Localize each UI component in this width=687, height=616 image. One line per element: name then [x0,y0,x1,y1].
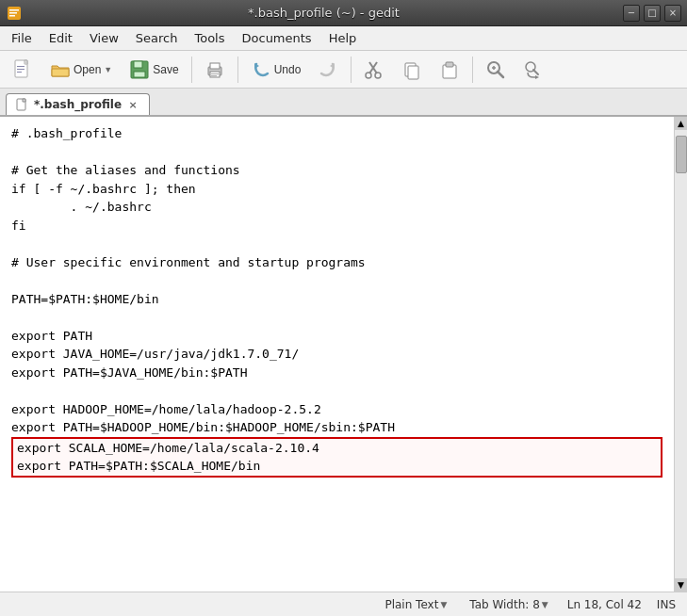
svg-marker-37 [23,99,25,102]
minimize-button[interactable]: − [623,5,640,22]
app-icon [6,4,25,23]
folder-icon [50,59,71,80]
replace-icon [523,59,544,80]
tab-width-selector[interactable]: Tab Width: 8 ▼ [466,597,551,612]
language-label: Plain Text [384,598,438,611]
tab-bar: *.bash_profile × [0,89,687,117]
undo-icon [251,59,271,80]
title-bar: *.bash_profile (~) - gedit − □ × [0,0,687,26]
position-label: Ln 18, Col 42 [567,598,642,611]
svg-rect-7 [17,66,25,67]
print-button[interactable] [198,56,232,84]
menu-item-edit[interactable]: Edit [41,28,80,48]
save-icon [129,59,150,80]
save-label: Save [153,63,178,76]
menu-item-documents[interactable]: Documents [235,28,319,48]
cut-button[interactable] [357,56,391,84]
highlighted-block: export SCALA_HOME=/home/lala/scala-2.10.… [11,437,662,478]
ins-indicator: INS [657,598,676,611]
find-button[interactable] [479,56,513,84]
svg-rect-13 [134,72,145,77]
cursor-position: Ln 18, Col 42 [567,598,642,611]
svg-rect-18 [211,75,217,76]
editor-container: # .bash_profile # Get the aliases and fu… [0,117,687,592]
find-icon [485,59,506,80]
editor-text-line-1: # .bash_profile # Get the aliases and fu… [11,126,395,434]
scrollbar-thumb[interactable] [676,136,687,173]
separator-1 [191,57,192,83]
undo-label: Undo [274,63,302,76]
copy-icon [401,59,422,80]
save-button[interactable]: Save [123,56,185,84]
tab-close-button[interactable]: × [126,98,139,111]
close-button[interactable]: × [664,5,681,22]
tab-width-dropdown-icon: ▼ [542,600,548,609]
file-tab-icon [16,98,29,111]
file-tab[interactable]: *.bash_profile × [6,93,150,115]
paste-button[interactable] [433,56,466,84]
svg-line-30 [498,72,503,77]
print-icon [204,59,225,80]
svg-rect-26 [408,66,418,79]
language-dropdown-icon: ▼ [440,600,447,609]
svg-line-34 [533,70,538,74]
separator-4 [472,57,473,83]
svg-rect-12 [134,61,142,68]
separator-3 [351,57,352,83]
svg-point-23 [366,73,371,78]
separator-2 [237,57,238,83]
language-selector[interactable]: Plain Text ▼ [381,597,450,612]
scrollbar-area: ▲ ▼ ▶ [674,117,687,592]
open-button[interactable]: Open ▼ [43,56,119,84]
svg-rect-8 [17,69,25,70]
redo-icon [318,59,338,80]
window-title: *.bash_profile (~) - gedit [25,6,623,20]
menu-item-tools[interactable]: Tools [187,28,232,48]
open-dropdown-icon[interactable]: ▼ [104,65,112,74]
scroll-down-button[interactable]: ▼ [675,578,687,592]
copy-button[interactable] [395,56,429,84]
menu-bar: FileEditViewSearchToolsDocumentsHelp [0,26,687,51]
menu-item-view[interactable]: View [82,28,126,48]
cut-icon [364,59,384,80]
redo-button[interactable] [311,56,345,84]
svg-point-24 [375,73,381,78]
status-bar: Plain Text ▼ Tab Width: 8 ▼ Ln 18, Col 4… [0,592,687,616]
svg-rect-10 [52,69,69,76]
svg-rect-17 [211,73,219,74]
new-button[interactable] [6,56,40,84]
svg-marker-35 [535,75,539,79]
new-icon [12,59,33,80]
undo-button[interactable]: Undo [244,56,308,84]
tab-width-label: Tab Width: 8 [469,598,539,611]
svg-rect-28 [446,62,453,67]
maximize-button[interactable]: □ [644,5,661,22]
editor-content[interactable]: # .bash_profile # Get the aliases and fu… [0,117,674,592]
svg-rect-1 [9,9,19,11]
svg-rect-3 [9,15,15,17]
replace-button[interactable] [516,56,550,84]
editor-main[interactable]: # .bash_profile # Get the aliases and fu… [0,117,674,592]
menu-item-help[interactable]: Help [321,28,365,48]
svg-rect-15 [210,63,220,69]
window-controls: − □ × [623,5,681,22]
svg-rect-2 [9,12,17,14]
menu-item-search[interactable]: Search [128,28,186,48]
scroll-up-button[interactable]: ▲ [675,117,687,130]
menu-item-file[interactable]: File [4,28,40,48]
paste-icon [439,59,460,80]
tab-label: *.bash_profile [34,98,122,111]
svg-rect-9 [17,72,22,73]
toolbar: Open ▼ Save [0,51,687,89]
open-label: Open [74,63,101,76]
ins-label: INS [657,598,676,611]
